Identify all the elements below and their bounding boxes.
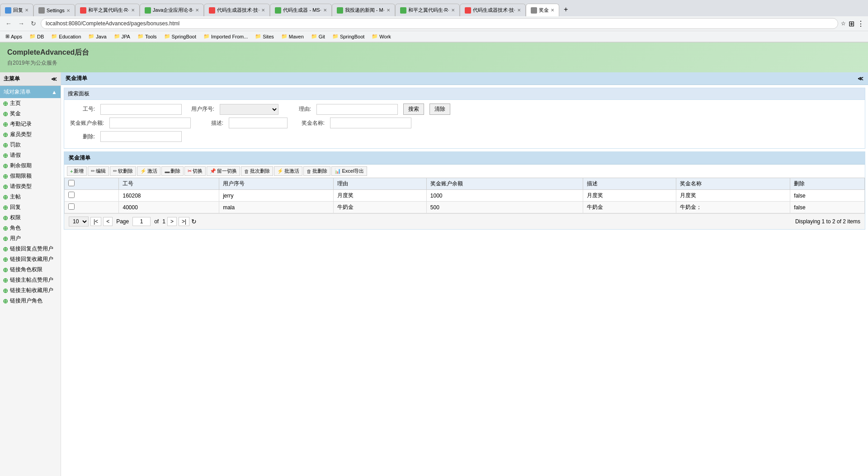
sidebar-item-lj-zt-sc[interactable]: ⊕ 链接主帖收藏用户	[0, 285, 61, 296]
row1-select[interactable]	[68, 203, 75, 210]
tab-1[interactable]: Settings ✕	[33, 4, 75, 16]
page-last-button[interactable]: >|	[179, 217, 189, 226]
tab-3[interactable]: Java企业应用论·8· ✕	[140, 4, 204, 16]
switch-button[interactable]: ✂ 切换	[184, 166, 206, 176]
yonghu-xuhao-select[interactable]	[220, 104, 278, 115]
tab-0[interactable]: 回复 ✕	[0, 4, 33, 16]
bookmark-education[interactable]: 📁 Education	[49, 33, 83, 40]
sidebar-item-kaoqin[interactable]: ⊕ 考勤记录	[0, 119, 61, 129]
miaoshu-input[interactable]	[229, 118, 288, 128]
sidebar-item-jianjin[interactable]: ⊕ 奖金	[0, 108, 61, 119]
bookmark-maven[interactable]: 📁 Maven	[279, 33, 306, 40]
back-button[interactable]: ←	[4, 19, 14, 28]
tab-favicon-7	[400, 7, 406, 14]
jianjin-zhanghu-input[interactable]	[109, 118, 191, 128]
bookmark-springboot2[interactable]: 📁 SpringBoot	[330, 33, 366, 40]
tab-9[interactable]: 奖金 ✕	[526, 4, 559, 16]
tab-close-5[interactable]: ✕	[323, 8, 327, 13]
sidebar-item-juese[interactable]: ⊕ 角色	[0, 223, 61, 233]
bookmark-springboot[interactable]: 📁 SpringBoot	[162, 33, 198, 40]
per-page-select[interactable]: 10 20 50	[69, 217, 89, 226]
batch-delete-button[interactable]: 🗑 批次删除	[241, 166, 273, 176]
tab-close-2[interactable]: ✕	[131, 8, 135, 13]
batch-activate-button[interactable]: ⚡ 批激活	[274, 166, 302, 176]
bookmark-star-icon[interactable]: ☆	[841, 20, 846, 27]
apps-icon: ⊞	[5, 33, 9, 39]
page-next-button[interactable]: >	[167, 217, 177, 226]
sidebar-item-qingjia[interactable]: ⊕ 请假	[0, 150, 61, 160]
delete-button[interactable]: ▬ 删除	[161, 166, 184, 176]
tab-close-7[interactable]: ✕	[451, 8, 455, 13]
sidebar-item-fakuan[interactable]: ⊕ 罚款	[0, 140, 61, 150]
sidebar-item-shengyujiqi[interactable]: ⊕ 剩余假期	[0, 160, 61, 171]
forward-button[interactable]: →	[16, 19, 26, 28]
sidebar-item-qingjiazleixing-label: 请假类型	[10, 183, 32, 190]
add-button[interactable]: + 新增	[67, 166, 87, 176]
sidebar-item-lj-zt-dz[interactable]: ⊕ 链接主帖点赞用户	[0, 275, 61, 285]
bookmark-work[interactable]: 📁 Work	[370, 33, 392, 40]
shanchu-input[interactable]	[100, 131, 182, 142]
sidebar-main-menu-header[interactable]: 主菜单 ≪	[0, 72, 61, 86]
bookmark-db[interactable]: 📁 DB	[28, 33, 46, 40]
new-tab-button[interactable]: +	[559, 3, 572, 16]
page-first-button[interactable]: |<	[90, 217, 101, 226]
tab-2[interactable]: 和平之翼代码生·R· ✕	[75, 4, 140, 16]
sidebar-item-huifu[interactable]: ⊕ 回复	[0, 202, 61, 212]
search-button[interactable]: 搜索	[403, 104, 424, 115]
jianjin-mingcheng-input[interactable]	[330, 118, 411, 128]
page-prev-button[interactable]: <	[103, 217, 113, 226]
bookmark-java[interactable]: 📁 Java	[86, 33, 108, 40]
select-all-checkbox[interactable]	[68, 180, 75, 186]
bookmark-tools[interactable]: 📁 Tools	[136, 33, 159, 40]
sidebar-item-lj-hf-dz[interactable]: ⊕ 链接回复点赞用户	[0, 244, 61, 254]
excel-button[interactable]: 📊 Excel导出	[331, 166, 367, 176]
soft-delete-button[interactable]: ✏ 软删除	[110, 166, 136, 176]
edit-button[interactable]: ✏ 编辑	[88, 166, 109, 176]
reload-button[interactable]: ↻	[29, 19, 38, 28]
page-controls-left: 10 20 50 |< < Page of 1 > >| ↻	[69, 217, 197, 226]
tab-6[interactable]: 我投递的新闻 - M· ✕	[332, 4, 395, 16]
url-input[interactable]	[41, 18, 838, 29]
tab-close-1[interactable]: ✕	[66, 8, 70, 13]
refresh-button[interactable]: ↻	[191, 218, 197, 225]
tab-4[interactable]: 代码生成器技术·技· ✕	[204, 4, 270, 16]
sidebar-item-lj-js-qx[interactable]: ⊕ 链接角色权限	[0, 264, 61, 275]
menu-icon[interactable]: ⋮	[857, 19, 864, 28]
tab-5[interactable]: 代码生成器 - MS· ✕	[270, 4, 331, 16]
panel-collapse-icon[interactable]: ≪	[858, 75, 863, 82]
sidebar-item-quanxian[interactable]: ⊕ 权限	[0, 212, 61, 223]
sidebar-item-home[interactable]: ⊕ 主页	[0, 98, 61, 108]
activate-button[interactable]: ⚡ 激活	[137, 166, 160, 176]
tab-close-6[interactable]: ✕	[387, 8, 390, 13]
tab-close-8[interactable]: ✕	[517, 8, 521, 13]
sidebar-item-jiqixiane[interactable]: ⊕ 假期限额	[0, 171, 61, 181]
batch-delete2-button[interactable]: 🗑 批删除	[303, 166, 330, 176]
sidebar-item-lj-hf-sc[interactable]: ⊕ 链接回复收藏用户	[0, 254, 61, 264]
liyou-input[interactable]	[316, 104, 398, 115]
tab-8[interactable]: 代码生成器技术·技· ✕	[460, 4, 526, 16]
sidebar-section-header[interactable]: 域对象清单 ▲	[0, 86, 61, 98]
sidebar-item-zhutie[interactable]: ⊕ 主帖	[0, 192, 61, 202]
keep-switch-button[interactable]: 📌 留一切换	[207, 166, 240, 176]
tab-close-4[interactable]: ✕	[261, 8, 265, 13]
gonghao-input[interactable]	[100, 104, 182, 115]
bookmark-imported[interactable]: 📁 Imported From...	[202, 33, 250, 40]
clear-button[interactable]: 清除	[429, 104, 450, 115]
tab-close-3[interactable]: ✕	[195, 8, 199, 13]
sidebar-item-yonghu[interactable]: ⊕ 用户	[0, 233, 61, 244]
row0-select[interactable]	[68, 192, 75, 198]
tab-close-9[interactable]: ✕	[551, 8, 554, 13]
bookmark-apps[interactable]: ⊞ Apps	[4, 33, 24, 40]
bookmark-git[interactable]: 📁 Git	[309, 33, 327, 40]
sidebar-item-qingjiazleixing[interactable]: ⊕ 请假类型	[0, 181, 61, 192]
page-number-input[interactable]	[132, 217, 151, 226]
sidebar-item-lj-yh-js[interactable]: ⊕ 链接用户角色	[0, 296, 61, 306]
java-icon: 📁	[88, 33, 94, 39]
bookmark-sites[interactable]: 📁 Sites	[253, 33, 275, 40]
sidebar-item-guyuanleixing[interactable]: ⊕ 雇员类型	[0, 129, 61, 140]
activate-label: 激活	[147, 168, 157, 174]
tab-close-0[interactable]: ✕	[25, 8, 28, 13]
tab-7[interactable]: 和平之翼代码生·R· ✕	[395, 4, 460, 16]
sidebar-item-huifu-icon: ⊕	[3, 204, 8, 211]
bookmark-jpa[interactable]: 📁 JPA	[112, 33, 132, 40]
